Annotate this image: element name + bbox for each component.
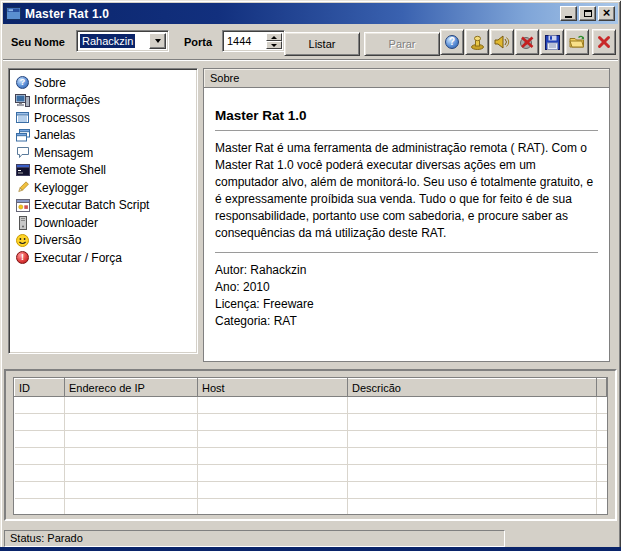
mute-icon: [519, 35, 535, 50]
app-window: Master Rat 1.0 × Seu Nome Rahackzin Port…: [0, 0, 621, 551]
window-title: Master Rat 1.0: [25, 7, 109, 21]
content-title: Master Rat 1.0: [215, 108, 598, 123]
sidebar-item-label: Sobre: [34, 76, 66, 90]
sidebar-item-mensagem[interactable]: Mensagem: [13, 144, 197, 162]
combobox-dropdown-button[interactable]: [149, 33, 166, 49]
sidebar-item-label: Executar / Força: [34, 251, 122, 265]
spin-down-button[interactable]: [266, 41, 282, 49]
close-icon: ×: [603, 6, 611, 19]
column-header-id[interactable]: ID: [15, 379, 65, 397]
table-row: [15, 448, 607, 465]
title-bar: Master Rat 1.0 ×: [3, 3, 618, 24]
connections-panel: ID Endereco de IP Host Descricão: [4, 369, 617, 521]
category-line: Categoria: RAT: [215, 313, 598, 330]
window-bottom-edge: [0, 547, 621, 551]
minimize-icon: [565, 16, 572, 18]
speech-bubble-icon: [15, 146, 30, 159]
batch-window-icon: [15, 199, 30, 212]
license-line: Licença: Freeware: [215, 296, 598, 313]
open-file-button[interactable]: [565, 29, 589, 55]
listar-button[interactable]: Listar: [284, 32, 360, 56]
sidebar-item-label: Janelas: [34, 128, 75, 142]
sidebar-item-remote-shell[interactable]: Remote Shell: [13, 162, 197, 180]
content-panel: Sobre Master Rat 1.0 Master Rat é uma fe…: [203, 68, 610, 362]
arrow-down-icon: [271, 44, 277, 47]
list-icon: [15, 111, 30, 124]
sidebar-item-downloader[interactable]: Downloader: [13, 214, 197, 232]
arrow-up-icon: [271, 36, 277, 39]
connections-listview: ID Endereco de IP Host Descricão: [13, 377, 608, 515]
column-header-filler: [597, 379, 607, 397]
minimize-button[interactable]: [560, 6, 577, 21]
port-value: 1444: [227, 35, 251, 47]
sidebar-item-processos[interactable]: Processos: [13, 109, 197, 127]
save-icon: [545, 35, 560, 50]
speaker-button[interactable]: [490, 29, 514, 55]
toolbar: Seu Nome Rahackzin Porta 1444 Listar Par…: [3, 24, 618, 60]
sidebar-item-label: Diversão: [34, 233, 81, 247]
sidebar-item-label: Mensagem: [34, 146, 93, 160]
sidebar-item-label: Keylogger: [34, 181, 88, 195]
icon-toolbar: ?: [440, 29, 616, 55]
sidebar-item-informacoes[interactable]: Informações: [13, 92, 197, 110]
app-icon: [6, 7, 21, 20]
console-icon: [15, 164, 30, 176]
computer-icon: [15, 94, 30, 107]
about-paragraph: Master Rat é uma ferramenta de administr…: [215, 140, 598, 242]
sidebar-item-label: Informações: [34, 93, 100, 107]
sidebar-item-executar-forca[interactable]: ! Executar / Força: [13, 249, 197, 267]
chevron-down-icon: [155, 39, 161, 43]
parar-button[interactable]: Parar: [364, 32, 440, 56]
sidebar-item-sobre[interactable]: ? Sobre: [13, 74, 197, 92]
mute-button[interactable]: [515, 29, 539, 55]
help-icon: ?: [445, 35, 459, 49]
help-icon: ?: [16, 76, 29, 89]
sidebar-item-label: Remote Shell: [34, 163, 106, 177]
sidebar-menu: ? Sobre Informações Processos Janelas: [8, 68, 198, 354]
alert-icon: !: [16, 251, 29, 264]
content-panel-header: Sobre: [204, 69, 609, 88]
alarm-button[interactable]: [465, 29, 489, 55]
table-row: [15, 397, 607, 414]
sidebar-item-batch-script[interactable]: Executar Batch Script: [13, 197, 197, 215]
maximize-button[interactable]: [579, 6, 596, 21]
alarm-plunger-icon: [470, 35, 485, 50]
sidebar-item-label: Executar Batch Script: [34, 198, 149, 212]
smiley-icon: [15, 234, 30, 247]
sidebar-item-janelas[interactable]: Janelas: [13, 127, 197, 145]
sidebar-item-keylogger[interactable]: Keylogger: [13, 179, 197, 197]
exit-button[interactable]: [592, 29, 616, 55]
sidebar-item-label: Processos: [34, 111, 90, 125]
exit-icon: [597, 35, 611, 49]
year-line: Ano: 2010: [215, 279, 598, 296]
table-row: [15, 465, 607, 482]
column-header-descricao[interactable]: Descricão: [348, 379, 597, 397]
connections-table-body: [15, 397, 607, 516]
port-label: Porta: [184, 36, 212, 48]
port-spinner[interactable]: 1444: [222, 30, 285, 52]
windows-icon: [15, 129, 30, 142]
sidebar-item-diversao[interactable]: Diversão: [13, 232, 197, 250]
status-bar: Status: Parado: [4, 530, 505, 547]
tower-pc-icon: [15, 216, 30, 230]
maximize-icon: [584, 10, 592, 17]
column-header-host[interactable]: Host: [198, 379, 348, 397]
name-combobox[interactable]: Rahackzin: [76, 30, 169, 52]
open-folder-icon: [569, 35, 585, 49]
divider: [215, 130, 598, 131]
name-combobox-value: Rahackzin: [80, 34, 135, 48]
table-row: [15, 431, 607, 448]
table-row: [15, 499, 607, 516]
name-label: Seu Nome: [11, 36, 65, 48]
table-row: [15, 482, 607, 499]
pencil-icon: [15, 181, 30, 194]
speaker-icon: [494, 35, 510, 49]
close-button[interactable]: ×: [598, 6, 615, 21]
sidebar-item-label: Downloader: [34, 216, 98, 230]
save-button[interactable]: [540, 29, 564, 55]
table-row: [15, 414, 607, 431]
column-header-ip[interactable]: Endereco de IP: [65, 379, 198, 397]
spin-up-button[interactable]: [266, 33, 282, 41]
help-button[interactable]: ?: [440, 29, 464, 55]
divider: [215, 252, 598, 253]
